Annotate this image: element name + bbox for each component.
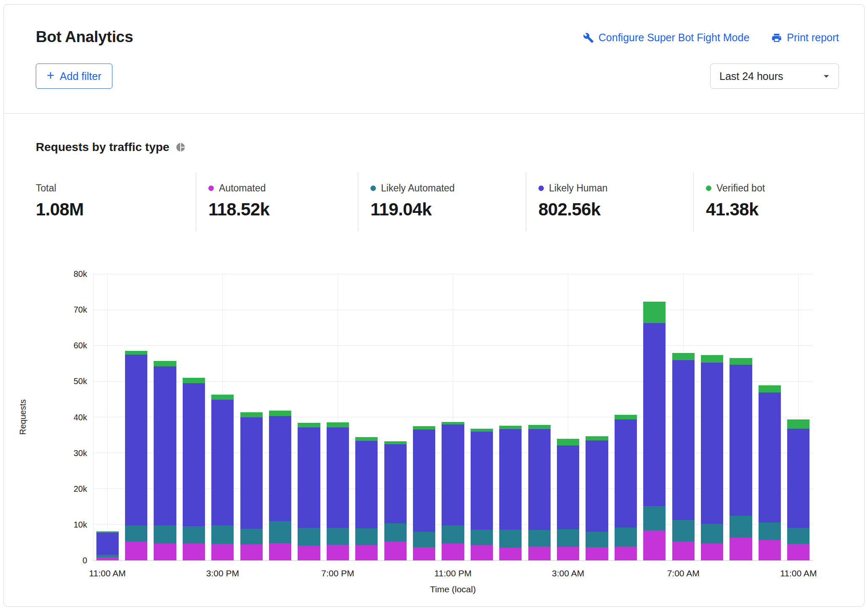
- bar-segment[interactable]: [384, 444, 407, 523]
- bar-segment[interactable]: [557, 446, 579, 529]
- bar-segment[interactable]: [154, 525, 176, 544]
- bar-segment[interactable]: [298, 528, 320, 546]
- bar-segment[interactable]: [787, 528, 809, 544]
- bar-segment[interactable]: [643, 530, 666, 560]
- bar-segment[interactable]: [528, 530, 551, 546]
- bar-segment[interactable]: [672, 353, 695, 360]
- bar-segment[interactable]: [499, 426, 522, 429]
- bar-segment[interactable]: [787, 429, 809, 528]
- bar-segment[interactable]: [154, 361, 176, 366]
- bar-segment[interactable]: [240, 412, 263, 417]
- bar-segment[interactable]: [327, 528, 349, 545]
- bar-segment[interactable]: [615, 415, 637, 419]
- bar-segment[interactable]: [615, 528, 637, 546]
- bar-segment[interactable]: [528, 425, 551, 429]
- bar-segment[interactable]: [125, 541, 147, 560]
- bar-segment[interactable]: [586, 440, 608, 532]
- bar-segment[interactable]: [672, 541, 695, 560]
- bar-segment[interactable]: [96, 557, 119, 560]
- bar-segment[interactable]: [183, 378, 205, 383]
- bar-segment[interactable]: [759, 540, 781, 560]
- bar-segment[interactable]: [269, 543, 291, 560]
- bar-segment[interactable]: [499, 530, 522, 548]
- bar-segment[interactable]: [528, 429, 551, 530]
- bar-segment[interactable]: [759, 522, 781, 541]
- bar-segment[interactable]: [528, 546, 551, 560]
- bar-segment[interactable]: [355, 441, 378, 529]
- print-report-link[interactable]: Print report: [771, 32, 839, 44]
- bar-segment[interactable]: [499, 429, 522, 530]
- bar-segment[interactable]: [211, 400, 234, 525]
- bar-segment[interactable]: [327, 422, 349, 427]
- bar-segment[interactable]: [183, 383, 205, 527]
- bar-segment[interactable]: [759, 385, 781, 393]
- bar-segment[interactable]: [269, 521, 291, 543]
- bar-segment[interactable]: [471, 530, 493, 545]
- bar-segment[interactable]: [730, 365, 752, 516]
- bar-segment[interactable]: [355, 528, 378, 545]
- configure-super-bot-fight-mode-link[interactable]: Configure Super Bot Fight Mode: [583, 32, 750, 44]
- bar-segment[interactable]: [499, 548, 522, 560]
- bar-segment[interactable]: [355, 545, 378, 560]
- bar-segment[interactable]: [471, 432, 493, 529]
- bar-segment[interactable]: [643, 302, 666, 323]
- bar-segment[interactable]: [471, 545, 493, 560]
- bar-segment[interactable]: [643, 506, 666, 530]
- bar-segment[interactable]: [672, 360, 695, 520]
- bar-segment[interactable]: [154, 544, 176, 560]
- bar-segment[interactable]: [269, 416, 291, 521]
- bar-segment[interactable]: [298, 546, 320, 560]
- bar-segment[interactable]: [615, 419, 637, 527]
- bar-segment[interactable]: [125, 355, 147, 525]
- bar-segment[interactable]: [96, 555, 119, 557]
- bar-segment[interactable]: [327, 545, 349, 560]
- bar-segment[interactable]: [586, 547, 608, 560]
- bar-segment[interactable]: [787, 419, 809, 428]
- bar-segment[interactable]: [701, 355, 723, 363]
- bar-segment[interactable]: [672, 520, 695, 541]
- bar-segment[interactable]: [557, 547, 579, 560]
- bar-segment[interactable]: [125, 525, 147, 541]
- bar-segment[interactable]: [557, 439, 579, 446]
- bar-segment[interactable]: [730, 538, 752, 560]
- bar-segment[interactable]: [355, 437, 378, 441]
- bar-segment[interactable]: [327, 427, 349, 528]
- bar-segment[interactable]: [442, 544, 464, 560]
- add-filter-button[interactable]: + Add filter: [36, 64, 112, 89]
- bar-segment[interactable]: [730, 358, 752, 365]
- bar-segment[interactable]: [730, 516, 752, 537]
- bar-segment[interactable]: [125, 351, 147, 355]
- bar-segment[interactable]: [384, 441, 407, 445]
- bar-segment[interactable]: [183, 544, 205, 560]
- bar-segment[interactable]: [269, 411, 291, 416]
- bar-segment[interactable]: [298, 427, 320, 528]
- bar-segment[interactable]: [442, 422, 464, 425]
- bar-segment[interactable]: [211, 544, 234, 560]
- bar-segment[interactable]: [96, 531, 119, 533]
- bar-segment[interactable]: [442, 525, 464, 544]
- bar-segment[interactable]: [211, 395, 234, 400]
- bar-segment[interactable]: [240, 529, 263, 544]
- bar-segment[interactable]: [413, 532, 435, 547]
- bar-segment[interactable]: [643, 323, 666, 507]
- bar-segment[interactable]: [154, 366, 176, 526]
- bar-segment[interactable]: [413, 430, 435, 532]
- bar-segment[interactable]: [615, 546, 637, 560]
- bar-segment[interactable]: [240, 544, 263, 560]
- bar-segment[interactable]: [211, 525, 234, 544]
- bar-segment[interactable]: [701, 363, 723, 524]
- bar-segment[interactable]: [183, 526, 205, 544]
- bar-segment[interactable]: [586, 436, 608, 440]
- bar-segment[interactable]: [586, 532, 608, 547]
- bar-segment[interactable]: [96, 533, 119, 555]
- time-range-select[interactable]: Last 24 hours: [710, 64, 839, 89]
- bar-segment[interactable]: [298, 423, 320, 427]
- bar-segment[interactable]: [787, 544, 809, 560]
- bar-segment[interactable]: [557, 529, 579, 547]
- bar-segment[interactable]: [413, 547, 435, 560]
- bar-segment[interactable]: [471, 429, 493, 432]
- bar-segment[interactable]: [442, 424, 464, 525]
- bar-segment[interactable]: [701, 544, 723, 560]
- bar-segment[interactable]: [759, 393, 781, 522]
- bar-segment[interactable]: [240, 417, 263, 529]
